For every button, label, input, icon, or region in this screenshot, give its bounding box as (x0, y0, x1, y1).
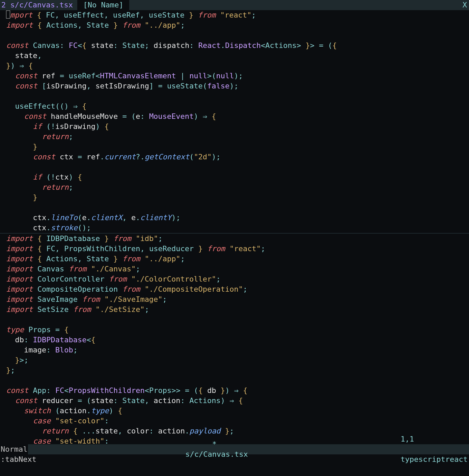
code-line: return; (6, 182, 469, 192)
code-line: ctx.stroke(); (6, 223, 469, 233)
status-line: Normal * s/c/Canvas.tsx 1,1 typescriptre… (0, 444, 469, 454)
code-line (6, 91, 469, 101)
tab-index: 2 (0, 0, 6, 10)
code-line (6, 375, 469, 386)
cursor-position: 1,1 (401, 435, 414, 443)
cursor (6, 10, 10, 19)
code-line: image: Blob; (6, 345, 469, 355)
tab-active[interactable]: s/c/Canvas.tsx (6, 0, 77, 10)
status-mode: Normal (0, 444, 28, 454)
editor-pane-bottom[interactable]: import { IDBPDatabase } from "idb";impor… (0, 234, 469, 444)
tab-inactive[interactable]: [No Name] (77, 0, 129, 10)
code-line: switch (action.type) { (6, 406, 469, 416)
code-line: import { IDBPDatabase } from "idb"; (6, 234, 469, 244)
code-line: } (6, 192, 469, 203)
code-line: import ColorController from "./ColorCont… (6, 274, 469, 284)
status-right: 1,1 typescriptreact (383, 424, 469, 475)
code-line: mport { FC, useEffect, useRef, useState … (6, 10, 469, 20)
code-line: const reducer = (state: State, action: A… (6, 396, 469, 406)
code-line (6, 203, 469, 213)
code-line: const ctx = ref.current?.getContext("2d"… (6, 152, 469, 162)
code-line (6, 162, 469, 172)
code-line: const [isDrawing, setIsDrawing] = useSta… (6, 81, 469, 91)
code-line: import { Actions, State } from "../app"; (6, 254, 469, 264)
code-line: import SaveImage from "./SaveImage"; (6, 294, 469, 305)
code-line: }; (6, 365, 469, 375)
code-line: const Canvas: FC<{ state: State; dispatc… (6, 41, 469, 51)
code-line (6, 315, 469, 325)
modified-marker: * (212, 440, 217, 448)
code-line: import CompositeOperation from "./Compos… (6, 284, 469, 294)
filetype: typescriptreact (401, 455, 468, 464)
code-line: import { FC, PropsWithChildren, useReduc… (6, 244, 469, 254)
status-file-name: s/c/Canvas.tsx (185, 450, 248, 458)
code-line: import SetSize from "./SetSize"; (6, 305, 469, 315)
status-file-path (181, 450, 185, 458)
status-file: * s/c/Canvas.tsx (28, 429, 383, 470)
code-line: if (!isDrawing) { (6, 122, 469, 132)
code-line: }) ⇒ { (6, 61, 469, 71)
code-line: if (!ctx) { (6, 172, 469, 182)
code-line: db: IDBPDatabase<{ (6, 335, 469, 345)
code-line (6, 30, 469, 41)
tab-close-icon[interactable]: X (463, 0, 469, 10)
code-line: } (6, 142, 469, 152)
code-line: import Canvas from "./Canvas"; (6, 264, 469, 274)
code-line: type Props = { (6, 325, 469, 335)
tab-line: 2 s/c/Canvas.tsx [No Name] X (0, 0, 469, 10)
code-line: const ref = useRef<HTMLCanvasElement | n… (6, 71, 469, 81)
code-line: ctx.lineTo(e.clientX, e.clientY); (6, 213, 469, 223)
code-line: import { Actions, State } from "../app"; (6, 20, 469, 30)
code-line: state, (6, 51, 469, 61)
code-line: }>; (6, 355, 469, 365)
code-line: const App: FC<PropsWithChildren<Props>> … (6, 386, 469, 396)
editor-pane-top[interactable]: mport { FC, useEffect, useRef, useState … (0, 10, 469, 233)
code-line: const handleMouseMove = (e: MouseEvent) … (6, 111, 469, 122)
code-line: useEffect(() ⇒ { (6, 101, 469, 111)
code-line: return; (6, 132, 469, 142)
